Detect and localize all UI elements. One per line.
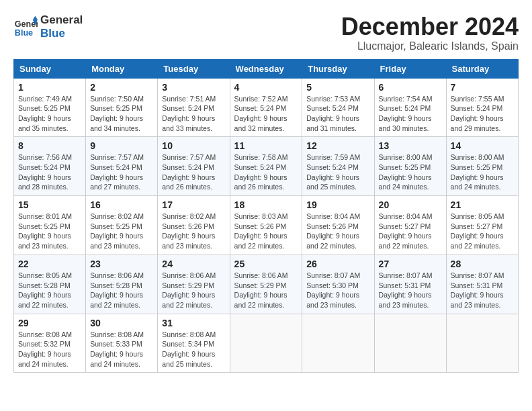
sunset: Sunset: 5:30 PM [306,281,359,289]
daylight: Daylight: 9 hours and 22 minutes. [234,291,287,309]
day-number: 2 [90,82,153,93]
day-number: 17 [162,199,225,210]
day-number: 27 [379,259,442,269]
daylight: Daylight: 9 hours and 24 minutes. [18,350,71,368]
sunset: Sunset: 5:31 PM [451,281,503,289]
day-number: 23 [90,259,153,269]
sunset: Sunset: 5:25 PM [90,222,142,230]
sunrise: Sunrise: 7:55 AM [451,95,504,103]
daylight: Daylight: 9 hours and 30 minutes. [379,114,432,132]
sunrise: Sunrise: 7:59 AM [306,153,360,161]
header-tuesday: Tuesday [158,59,230,78]
calendar-header-row: SundayMondayTuesdayWednesdayThursdayFrid… [14,59,519,78]
day-number: 10 [162,140,225,151]
sunrise: Sunrise: 7:50 AM [90,95,144,103]
day-number: 13 [379,140,442,151]
sunrise: Sunrise: 8:02 AM [162,212,216,220]
calendar-cell: 10 Sunrise: 7:57 AM Sunset: 5:24 PM Dayl… [158,137,230,196]
calendar-week-3: 15 Sunrise: 8:01 AM Sunset: 5:25 PM Dayl… [14,196,519,255]
daylight: Daylight: 9 hours and 28 minutes. [18,173,71,191]
title-area: December 2024 Llucmajor, Balearic Island… [341,13,519,52]
daylight: Daylight: 9 hours and 23 minutes. [379,291,432,309]
day-info: Sunrise: 8:07 AM Sunset: 5:31 PM Dayligh… [451,271,514,310]
day-number: 29 [18,318,81,328]
sunrise: Sunrise: 8:02 AM [90,212,144,220]
daylight: Daylight: 9 hours and 22 minutes. [90,291,143,309]
calendar-cell: 12 Sunrise: 7:59 AM Sunset: 5:24 PM Dayl… [302,137,374,196]
day-info: Sunrise: 8:07 AM Sunset: 5:31 PM Dayligh… [379,271,442,310]
sunset: Sunset: 5:31 PM [379,281,431,289]
calendar-cell [374,314,446,373]
sunset: Sunset: 5:24 PM [162,163,214,171]
daylight: Daylight: 9 hours and 23 minutes. [90,232,143,250]
calendar-cell: 6 Sunrise: 7:54 AM Sunset: 5:24 PM Dayli… [374,78,446,137]
sunrise: Sunrise: 8:00 AM [451,153,504,161]
calendar-cell [302,314,374,373]
sunrise: Sunrise: 7:49 AM [18,95,72,103]
calendar-cell: 13 Sunrise: 8:00 AM Sunset: 5:25 PM Dayl… [374,137,446,196]
calendar-week-5: 29 Sunrise: 8:08 AM Sunset: 5:32 PM Dayl… [14,314,519,373]
day-number: 21 [451,199,514,210]
sunrise: Sunrise: 8:03 AM [234,212,288,220]
day-info: Sunrise: 8:05 AM Sunset: 5:28 PM Dayligh… [18,271,81,310]
calendar-cell: 30 Sunrise: 8:08 AM Sunset: 5:33 PM Dayl… [86,314,158,373]
day-number: 1 [18,82,81,93]
day-info: Sunrise: 7:54 AM Sunset: 5:24 PM Dayligh… [379,94,442,134]
month-title: December 2024 [341,13,519,40]
sunrise: Sunrise: 7:57 AM [162,153,216,161]
calendar-cell [230,314,302,373]
calendar-cell: 9 Sunrise: 7:57 AM Sunset: 5:24 PM Dayli… [86,137,158,196]
day-info: Sunrise: 7:56 AM Sunset: 5:24 PM Dayligh… [18,152,81,192]
sunset: Sunset: 5:26 PM [306,222,359,230]
daylight: Daylight: 9 hours and 22 minutes. [379,232,432,250]
day-number: 25 [234,259,298,269]
day-info: Sunrise: 8:01 AM Sunset: 5:25 PM Dayligh… [18,212,81,251]
calendar-cell: 22 Sunrise: 8:05 AM Sunset: 5:28 PM Dayl… [14,255,86,314]
day-number: 28 [451,259,514,269]
calendar-cell: 21 Sunrise: 8:05 AM Sunset: 5:27 PM Dayl… [446,196,518,255]
sunset: Sunset: 5:24 PM [234,163,287,171]
calendar-cell: 4 Sunrise: 7:52 AM Sunset: 5:24 PM Dayli… [230,78,302,137]
svg-marker-3 [33,16,38,19]
page-header: General Blue General Blue December 2024 … [13,13,519,52]
sunset: Sunset: 5:24 PM [90,163,142,171]
calendar-cell: 5 Sunrise: 7:53 AM Sunset: 5:24 PM Dayli… [302,78,374,137]
calendar-cell: 7 Sunrise: 7:55 AM Sunset: 5:24 PM Dayli… [446,78,518,137]
header-thursday: Thursday [302,59,374,78]
sunset: Sunset: 5:27 PM [451,222,503,230]
header-sunday: Sunday [14,59,86,78]
calendar-week-2: 8 Sunrise: 7:56 AM Sunset: 5:24 PM Dayli… [14,137,519,196]
calendar-cell: 1 Sunrise: 7:49 AM Sunset: 5:25 PM Dayli… [14,78,86,137]
calendar-cell: 27 Sunrise: 8:07 AM Sunset: 5:31 PM Dayl… [374,255,446,314]
sunrise: Sunrise: 8:07 AM [306,271,360,279]
sunset: Sunset: 5:24 PM [306,104,359,112]
daylight: Daylight: 9 hours and 31 minutes. [306,114,359,132]
day-number: 18 [234,199,298,210]
day-number: 9 [90,140,153,151]
sunset: Sunset: 5:25 PM [18,222,71,230]
day-info: Sunrise: 7:58 AM Sunset: 5:24 PM Dayligh… [234,152,298,192]
day-number: 4 [234,82,298,93]
day-info: Sunrise: 8:02 AM Sunset: 5:26 PM Dayligh… [162,212,225,251]
sunset: Sunset: 5:24 PM [18,163,71,171]
day-info: Sunrise: 8:00 AM Sunset: 5:25 PM Dayligh… [451,152,514,192]
sunset: Sunset: 5:26 PM [234,222,287,230]
calendar-cell: 3 Sunrise: 7:51 AM Sunset: 5:24 PM Dayli… [158,78,230,137]
daylight: Daylight: 9 hours and 26 minutes. [162,173,215,191]
sunrise: Sunrise: 7:53 AM [306,95,360,103]
day-info: Sunrise: 8:06 AM Sunset: 5:29 PM Dayligh… [162,271,225,310]
day-number: 11 [234,140,298,151]
day-info: Sunrise: 7:59 AM Sunset: 5:24 PM Dayligh… [306,152,369,192]
day-number: 7 [451,82,514,93]
day-number: 31 [162,318,225,328]
daylight: Daylight: 9 hours and 22 minutes. [234,232,287,250]
daylight: Daylight: 9 hours and 22 minutes. [451,232,504,250]
calendar-cell: 28 Sunrise: 8:07 AM Sunset: 5:31 PM Dayl… [446,255,518,314]
sunrise: Sunrise: 7:52 AM [234,95,288,103]
sunrise: Sunrise: 8:05 AM [451,212,504,220]
day-number: 30 [90,318,153,328]
day-number: 5 [306,82,369,93]
daylight: Daylight: 9 hours and 27 minutes. [90,173,143,191]
daylight: Daylight: 9 hours and 23 minutes. [162,232,215,250]
sunrise: Sunrise: 8:00 AM [379,153,433,161]
